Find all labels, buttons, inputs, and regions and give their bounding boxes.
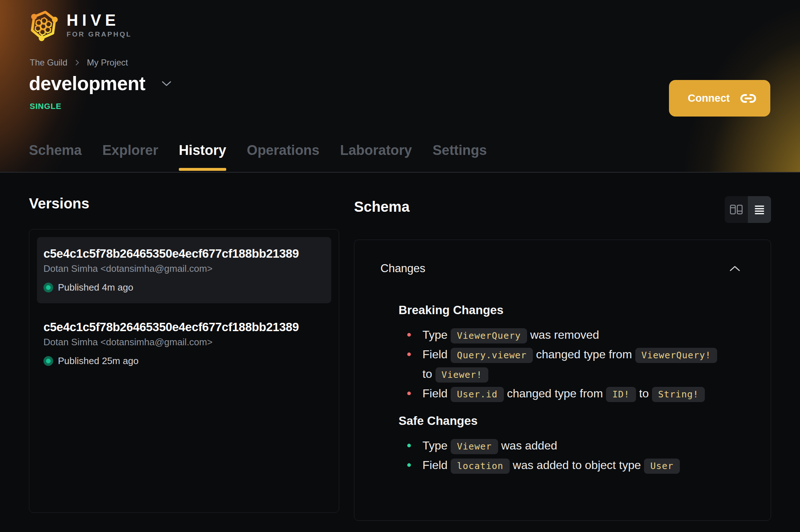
chevron-right-icon [73, 59, 81, 67]
tab-schema[interactable]: Schema [29, 128, 82, 172]
chevron-down-icon[interactable] [161, 80, 172, 87]
change-text: Field [422, 459, 451, 472]
version-author: Dotan Simha <dotansimha@gmail.com> [43, 337, 320, 347]
change-item: Type Viewer was added [399, 436, 756, 455]
change-text: changed type from [533, 348, 635, 361]
changes-panel: Changes Breaking ChangesType ViewerQuery… [354, 240, 771, 521]
code-chip: Viewer! [435, 367, 488, 383]
connect-button-label: Connect [688, 92, 730, 104]
version-status: Published 25m ago [58, 355, 139, 367]
breadcrumb: The Guild My Project [30, 58, 128, 68]
tab-settings[interactable]: Settings [433, 128, 487, 172]
change-text: changed type from [504, 387, 606, 400]
breaking-change-list: Type ViewerQuery was removedField Query.… [399, 325, 756, 403]
version-hash: c5e4c1c5f78b26465350e4ecf677cf188bb21389 [43, 246, 320, 261]
version-status: Published 4m ago [58, 282, 133, 293]
chevron-up-icon[interactable] [729, 265, 741, 272]
schema-column: Schema [354, 195, 771, 521]
change-item: Field User.id changed type from ID! to S… [399, 384, 756, 403]
change-text: to [422, 367, 435, 380]
change-section-title: Breaking Changes [399, 303, 756, 317]
code-chip: ViewerQuery [451, 328, 527, 343]
change-item: Type ViewerQuery was removed [399, 325, 756, 345]
published-dot-icon [43, 283, 53, 292]
changes-body: Breaking ChangesType ViewerQuery was rem… [380, 303, 756, 475]
changes-panel-header[interactable]: Changes [380, 262, 756, 275]
change-text: Field [422, 348, 451, 361]
tab-operations[interactable]: Operations [247, 128, 320, 172]
schema-header-row: Schema [354, 199, 771, 223]
tab-laboratory[interactable]: Laboratory [340, 128, 412, 172]
brand-tagline: FOR GRAPHQL [67, 30, 132, 38]
hive-logo-icon [29, 9, 58, 41]
tab-bar: SchemaExplorerHistoryOperationsLaborator… [29, 128, 487, 172]
versions-list: c5e4c1c5f78b26465350e4ecf677cf188bb21389… [29, 229, 339, 513]
connect-button[interactable]: Connect [669, 80, 770, 117]
main-content: Versions c5e4c1c5f78b26465350e4ecf677cf1… [0, 173, 800, 521]
version-hash: c5e4c1c5f78b26465350e4ecf677cf188bb21389 [43, 320, 320, 334]
code-chip: User.id [451, 387, 504, 402]
list-view-icon [754, 204, 765, 215]
tab-explorer[interactable]: Explorer [102, 128, 158, 172]
view-toggle [725, 196, 771, 223]
safe-change-list: Type Viewer was addedField location was … [399, 436, 756, 475]
change-item: Field Query.viewer changed type from Vie… [399, 345, 756, 384]
code-chip: Query.viewer [451, 348, 533, 363]
change-text: Field [422, 387, 451, 400]
breadcrumb-project[interactable]: My Project [87, 58, 128, 68]
columns-view-button[interactable] [725, 196, 748, 223]
versions-heading: Versions [29, 195, 339, 212]
hive-dashboard-page: HIVE FOR GRAPHQL The Guild My Project de… [0, 0, 800, 521]
change-text: was added to object type [510, 459, 644, 472]
change-text: Type [422, 439, 451, 452]
code-chip: User [644, 459, 679, 474]
published-dot-icon [43, 356, 53, 366]
code-chip: Viewer [451, 439, 498, 454]
version-status-row: Published 25m ago [43, 355, 320, 367]
app-header: HIVE FOR GRAPHQL The Guild My Project de… [0, 0, 800, 173]
version-author: Dotan Simha <dotansimha@gmail.com> [43, 263, 320, 274]
code-chip: ID! [606, 387, 636, 402]
target-title-row: development [29, 72, 172, 94]
code-chip: String! [652, 387, 705, 402]
brand-logo[interactable]: HIVE FOR GRAPHQL [29, 9, 132, 41]
code-chip: location [451, 459, 509, 474]
change-text: to [636, 387, 652, 400]
list-view-button[interactable] [748, 196, 771, 223]
change-text: was removed [527, 328, 599, 341]
versions-column: Versions c5e4c1c5f78b26465350e4ecf677cf1… [29, 195, 339, 521]
tab-history[interactable]: History [179, 128, 226, 172]
change-item: Field location was added to object type … [399, 455, 756, 475]
version-card[interactable]: c5e4c1c5f78b26465350e4ecf677cf188bb21389… [37, 237, 331, 303]
target-type-badge: SINGLE [30, 102, 62, 111]
change-text: was added [498, 439, 557, 452]
version-card[interactable]: c5e4c1c5f78b26465350e4ecf677cf188bb21389… [37, 311, 331, 377]
code-chip: ViewerQuery! [635, 348, 717, 363]
version-status-row: Published 4m ago [43, 282, 320, 293]
page-title: development [29, 72, 145, 94]
change-section-title: Safe Changes [399, 414, 756, 428]
link-icon [740, 90, 757, 107]
columns-view-icon [729, 204, 743, 215]
brand-name: HIVE [67, 12, 132, 28]
change-text: Type [422, 328, 451, 341]
schema-heading: Schema [354, 199, 409, 215]
brand-text: HIVE FOR GRAPHQL [67, 12, 132, 38]
breadcrumb-org[interactable]: The Guild [30, 58, 67, 68]
changes-title: Changes [380, 262, 425, 275]
